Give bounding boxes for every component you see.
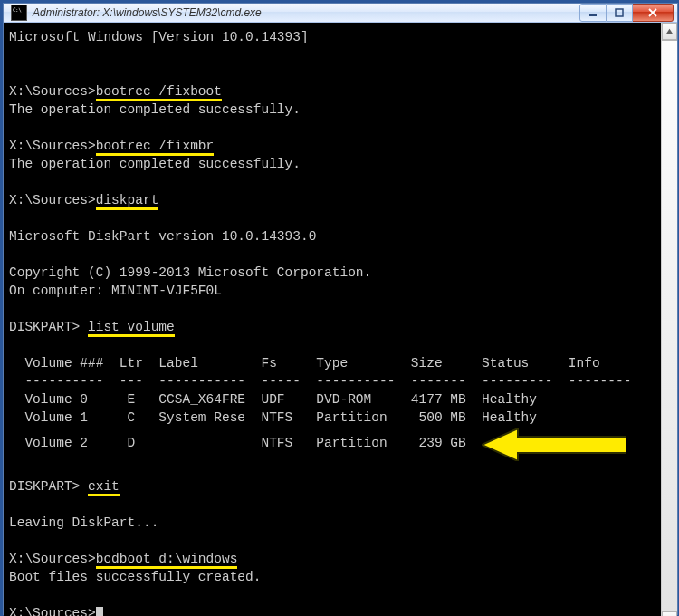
text-cursor [96,607,103,616]
command-fixboot: bootrec /fixboot [96,84,222,101]
command-fixmbr: bootrec /fixmbr [96,139,215,156]
window-controls [579,4,674,22]
prompt: X:\Sources> [9,606,96,616]
titlebar[interactable]: Administrator: X:\windows\SYSTEM32\cmd.e… [4,4,677,23]
minimize-icon [588,8,598,17]
chevron-up-icon [665,27,674,35]
cmd-window: Administrator: X:\windows\SYSTEM32\cmd.e… [3,3,678,615]
close-icon [648,8,657,17]
table-row: Volume 1 C System Rese NTFS Partition 50… [9,410,537,425]
diskpart-prompt: DISKPART> [9,479,88,494]
svg-rect-1 [616,9,623,16]
result-line: The operation completed successfully. [9,102,301,117]
vertical-scrollbar[interactable] [661,23,677,616]
svg-marker-4 [666,29,673,34]
highlight-arrow [482,428,626,461]
table-divider: ---------- --- ----------- ----- -------… [9,374,631,389]
table-row: Volume 2 D NTFS Partition 239 GB [9,436,482,450]
scroll-thumb[interactable] [662,40,677,612]
prompt: X:\Sources> [9,552,96,566]
table-row: Volume 0 E CCSA_X64FRE UDF DVD-ROM 4177 … [9,392,537,407]
diskpart-leaving: Leaving DiskPart... [9,515,158,530]
prompt: X:\Sources> [9,84,96,99]
diskpart-prompt: DISKPART> [9,320,88,334]
prompt: X:\Sources> [9,139,96,153]
terminal-area: Microsoft Windows [Version 10.0.14393] X… [4,23,677,616]
scroll-track[interactable] [662,40,677,611]
maximize-icon [615,8,624,17]
prompt: X:\Sources> [9,193,96,207]
diskpart-computer: On computer: MININT-VJF5F0L [9,284,222,298]
terminal-output[interactable]: Microsoft Windows [Version 10.0.14393] X… [4,23,661,616]
result-line: The operation completed successfully. [9,157,301,171]
cmd-icon [11,5,27,21]
command-exit: exit [88,479,120,496]
svg-rect-0 [589,14,597,16]
banner-line: Microsoft Windows [Version 10.0.14393] [9,30,309,44]
window-title: Administrator: X:\windows\SYSTEM32\cmd.e… [33,6,262,19]
command-diskpart: diskpart [96,193,159,210]
command-bcdboot: bcdboot d:\windows [96,552,238,569]
result-line: Boot files successfully created. [9,570,261,584]
minimize-button[interactable] [579,4,607,22]
diskpart-copyright: Copyright (C) 1999-2013 Microsoft Corpor… [9,265,371,280]
arrow-left-icon [482,428,626,461]
close-button[interactable] [633,4,674,22]
svg-marker-2 [482,428,626,461]
command-list-volume: list volume [88,320,175,337]
maximize-button[interactable] [607,4,633,22]
table-header: Volume ### Ltr Label Fs Type Size Status… [9,356,600,371]
diskpart-version: Microsoft DiskPart version 10.0.14393.0 [9,229,316,244]
scroll-up-button[interactable] [662,23,677,40]
